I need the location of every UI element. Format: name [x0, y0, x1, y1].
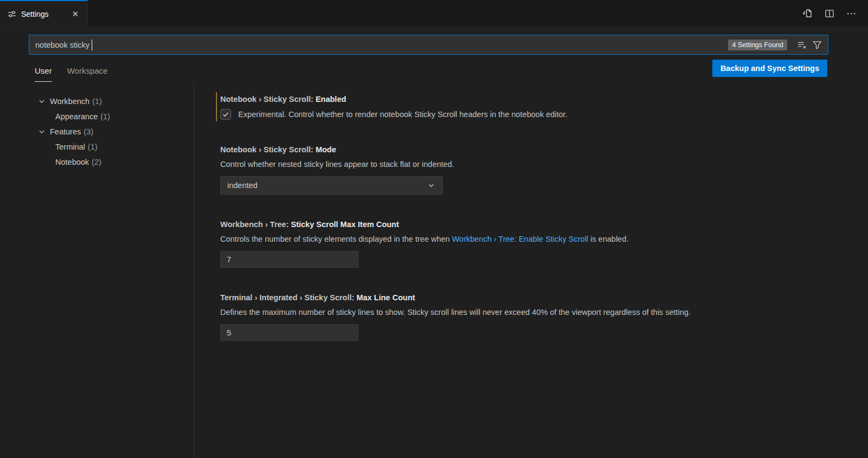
backup-sync-settings-button[interactable]: Backup and Sync Settings	[712, 60, 827, 77]
settings-body: Workbench (1) Appearance (1) Features (3…	[0, 82, 868, 458]
enable-sticky-scroll-link[interactable]: Workbench › Tree: Enable Sticky Scroll	[452, 235, 588, 243]
toc-item-workbench[interactable]: Workbench (1)	[0, 94, 194, 109]
chevron-down-icon	[37, 127, 46, 136]
setting-title: Workbench › Tree: Sticky Scroll Max Item…	[220, 220, 846, 229]
setting-tree-stickyscroll-max-item-count: Workbench › Tree: Sticky Scroll Max Item…	[220, 220, 846, 268]
tab-workspace[interactable]: Workspace	[67, 66, 108, 82]
setting-description: Experimental. Control whether to render …	[238, 110, 567, 119]
open-settings-json-icon[interactable]	[802, 8, 813, 18]
setting-notebook-stickyscroll-enabled: Notebook › Sticky Scroll: Enabled Experi…	[220, 95, 846, 120]
settings-search-input[interactable]: notebook sticky 4 Settings Found	[29, 35, 828, 55]
tab-user[interactable]: User	[35, 66, 52, 82]
setting-description: Controls the number of sticky elements d…	[220, 234, 846, 244]
chevron-down-icon	[427, 181, 436, 190]
results-count-badge: 4 Settings Found	[728, 40, 787, 50]
close-icon[interactable]: ✕	[69, 8, 81, 20]
enabled-checkbox[interactable]	[220, 109, 231, 120]
chevron-down-icon	[37, 97, 46, 106]
split-editor-icon[interactable]	[825, 9, 834, 18]
toc-item-notebook[interactable]: Notebook (2)	[0, 154, 194, 170]
setting-title: Notebook › Sticky Scroll: Enabled	[220, 95, 846, 104]
text-caret	[92, 40, 93, 50]
max-item-count-input[interactable]	[220, 251, 359, 268]
mode-select[interactable]: indented	[220, 176, 443, 195]
toc-item-terminal[interactable]: Terminal (1)	[0, 139, 194, 154]
max-line-count-input[interactable]	[220, 324, 359, 341]
settings-list: Notebook › Sticky Scroll: Enabled Experi…	[194, 82, 868, 458]
setting-title: Terminal › Integrated › Sticky Scroll: M…	[220, 293, 846, 302]
scope-row: User Workspace Backup and Sync Settings	[0, 55, 868, 82]
setting-terminal-stickyscroll-max-line-count: Terminal › Integrated › Sticky Scroll: M…	[220, 293, 846, 341]
editor-actions: ⋯	[802, 0, 868, 27]
settings-search-row: notebook sticky 4 Settings Found	[0, 27, 868, 55]
scope-tabs: User Workspace	[35, 66, 107, 82]
tab-title: Settings	[21, 10, 65, 18]
clear-search-results-icon[interactable]	[796, 39, 808, 50]
settings-sliders-icon	[8, 10, 16, 18]
settings-toc: Workbench (1) Appearance (1) Features (3…	[0, 82, 194, 458]
setting-notebook-stickyscroll-mode: Notebook › Sticky Scroll: Mode Control w…	[220, 145, 846, 195]
editor-tab-bar: Settings ✕ ⋯	[0, 0, 868, 27]
filter-icon[interactable]	[812, 39, 823, 50]
setting-description: Control whether nested sticky lines appe…	[220, 159, 846, 170]
toc-item-appearance[interactable]: Appearance (1)	[0, 109, 194, 124]
more-actions-icon[interactable]: ⋯	[846, 8, 857, 18]
checkmark-icon	[222, 111, 229, 118]
toc-item-features[interactable]: Features (3)	[0, 124, 194, 139]
setting-description: Defines the maximum number of sticky lin…	[220, 307, 846, 318]
setting-title: Notebook › Sticky Scroll: Mode	[220, 145, 846, 154]
search-query-text: notebook sticky	[35, 41, 90, 49]
tab-settings[interactable]: Settings ✕	[0, 0, 88, 27]
